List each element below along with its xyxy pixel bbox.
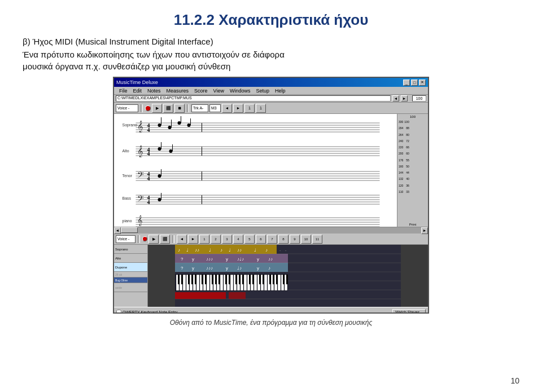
track-next[interactable]: ► — [188, 235, 198, 244]
svg-rect-150 — [263, 275, 264, 284]
toolbar-btn-5[interactable]: 1 — [244, 104, 255, 113]
track-dropdown[interactable]: Trk A- — [191, 104, 208, 112]
stop-btn-2[interactable]: ⬛ — [160, 235, 170, 244]
svg-text:♩: ♩ — [254, 248, 256, 253]
toolbar-btn-1[interactable] — [145, 105, 151, 111]
velocity-scale: 330 294 264 240 220 200 176 160 144 132 … — [399, 120, 404, 193]
svg-text:y: y — [192, 257, 194, 262]
svg-point-53 — [158, 198, 161, 201]
scale-240: 240 — [399, 139, 403, 143]
track-10[interactable]: 10 — [301, 235, 311, 244]
midi-tracks-container: Soprano Alto Dupone 25 slt Bug Oline asi… — [114, 245, 428, 307]
svg-text:4: 4 — [147, 151, 150, 157]
menu-windows[interactable]: Windows — [227, 88, 253, 94]
score-scrollbar[interactable]: ◄ ► — [114, 227, 428, 234]
track-8[interactable]: 8 — [278, 235, 289, 244]
svg-rect-139 — [212, 275, 213, 284]
svg-rect-153 — [276, 275, 278, 284]
track-6[interactable]: 6 — [256, 235, 266, 244]
scale-36: 36 — [404, 184, 409, 187]
watch-staves-button[interactable]: Watch Staves... — [392, 309, 426, 314]
svg-rect-152 — [273, 275, 274, 284]
svg-point-29 — [169, 149, 173, 153]
track-3[interactable]: 3 — [222, 235, 232, 244]
qwerty-label: QWERTY Keyboard Note Entry — [123, 310, 177, 314]
svg-text:♪: ♪ — [265, 248, 268, 253]
scale-294: 294 — [399, 126, 403, 130]
voice-dropdown-2[interactable]: Voice - — [116, 235, 136, 243]
track-2[interactable]: 2 — [211, 235, 221, 244]
svg-rect-132 — [178, 275, 180, 284]
minimize-button[interactable]: _ — [403, 80, 410, 86]
svg-rect-147 — [249, 275, 251, 284]
velocity-section: 330 294 264 240 220 200 176 160 144 132 … — [397, 120, 428, 222]
scale-110: 110 — [399, 190, 403, 193]
menu-score[interactable]: Score — [191, 88, 211, 94]
toolbar-btn-2[interactable]: ▶ — [152, 104, 162, 113]
scroll-right-btn[interactable]: ► — [421, 227, 428, 234]
toolbar-btn-6[interactable]: 1 — [256, 104, 266, 113]
menu-edit[interactable]: Edit — [130, 88, 145, 94]
track-9[interactable]: 9 — [290, 235, 300, 244]
menu-notes[interactable]: Notes — [145, 88, 164, 94]
svg-text:♪♪: ♪♪ — [195, 248, 199, 253]
close-button[interactable]: ✕ — [419, 80, 426, 86]
scale-220: 220 — [399, 146, 403, 149]
rec-btn[interactable] — [142, 236, 147, 241]
svg-rect-119 — [244, 275, 247, 290]
svg-text:♩: ♩ — [229, 248, 231, 253]
svg-rect-143 — [229, 275, 230, 284]
scroll-track — [121, 227, 421, 234]
voice-dropdown[interactable]: Voice - — [116, 104, 138, 112]
svg-text:y: y — [226, 257, 228, 262]
scale-120: 120 — [399, 184, 403, 187]
titlebar: MusicTime Deluxe _ □ ✕ — [114, 78, 428, 87]
svg-rect-137 — [202, 275, 203, 284]
zoom-value[interactable]: 100 — [412, 95, 426, 102]
track-prev[interactable]: ◄ — [177, 235, 187, 244]
zoom-controls: 100 — [412, 95, 426, 102]
maximize-button[interactable]: □ — [411, 80, 418, 86]
menu-help[interactable]: Help — [272, 88, 289, 94]
svg-text:♩♪: ♩♪ — [237, 266, 242, 271]
scale-264: 264 — [399, 133, 403, 136]
track-1[interactable]: 1 — [199, 235, 209, 244]
menu-setup[interactable]: Setup — [253, 88, 272, 94]
svg-text:♪♪: ♪♪ — [237, 248, 242, 253]
svg-text:♪: ♪ — [178, 248, 180, 253]
svg-text:Bass: Bass — [123, 196, 132, 200]
toolbar-btn-3[interactable]: ⬛ — [163, 104, 173, 113]
track-7[interactable]: 7 — [267, 235, 277, 244]
midi-svg: ♪ ♩ ♪♪ ♩ ♪ ♩ ♪♪ ♩ ♪ - - — [148, 245, 428, 307]
path-scroll-right[interactable]: ► — [401, 95, 408, 102]
path-field[interactable]: C:\MTIMEDLX\EXAMPLES\4PCTMP.MUS — [116, 95, 391, 102]
scale-55: 55 — [404, 158, 409, 162]
svg-rect-70 — [175, 245, 277, 254]
description-line2: μουσικά όργανα π.χ. συνθεσάιζερ για μουσ… — [23, 61, 519, 71]
measure-field[interactable]: M3 — [209, 104, 221, 112]
menu-view[interactable]: View — [211, 88, 227, 94]
track-11[interactable]: 11 — [312, 235, 322, 244]
toolbar-nav-prev[interactable]: ◄ — [222, 104, 232, 113]
menu-file[interactable]: File — [116, 88, 130, 94]
menu-measures[interactable]: Measures — [164, 88, 192, 94]
qwerty-checkbox[interactable] — [116, 310, 121, 314]
toolbar-btn-4[interactable]: ⏹ — [174, 104, 185, 113]
svg-rect-141 — [218, 275, 220, 284]
track-4[interactable]: 4 — [233, 235, 243, 244]
qwerty-checkbox-group: QWERTY Keyboard Note Entry — [116, 310, 177, 314]
play-btn-2[interactable]: ▶ — [148, 235, 159, 244]
scroll-thumb[interactable] — [121, 227, 138, 233]
svg-rect-142 — [225, 275, 227, 284]
svg-text:Alto: Alto — [123, 149, 129, 153]
score-area: Soprano 𝄞 4 4 — [114, 114, 397, 227]
svg-text:♪♪♪: ♪♪♪ — [206, 257, 213, 262]
toolbar-nav-next[interactable]: ► — [233, 104, 243, 113]
svg-text:𝄞: 𝄞 — [137, 120, 143, 133]
scroll-left-btn[interactable]: ◄ — [114, 227, 121, 234]
svg-text:♪♪: ♪♪ — [268, 257, 273, 262]
track-5[interactable]: 5 — [244, 235, 255, 244]
scale-100: 100 — [404, 120, 409, 124]
path-scroll-left[interactable]: ◄ — [392, 95, 399, 102]
scale-88: 88 — [404, 126, 409, 130]
